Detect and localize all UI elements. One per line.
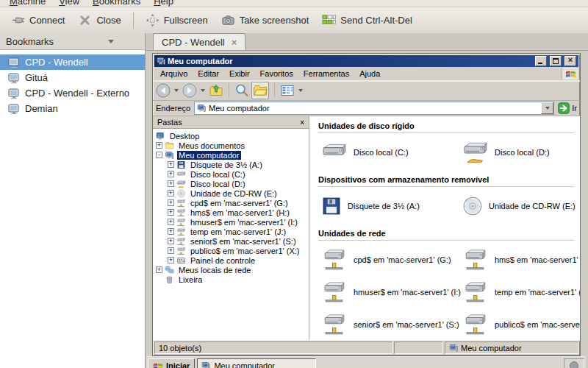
cad-label: Send Ctrl-Alt-Del (340, 15, 412, 26)
address-combo[interactable]: Meu computador (194, 102, 554, 115)
fullscreen-button[interactable]: Fullscreen (139, 10, 215, 30)
bookmark-item-gitua[interactable]: Gituá (0, 70, 145, 85)
menu-editar[interactable]: Editar (193, 69, 224, 78)
back-button[interactable] (156, 83, 171, 98)
menu-arquivo[interactable]: Arquivo (155, 69, 193, 78)
tree-item-disquete-a[interactable]: +Disquete de 3½ (A:) (153, 160, 309, 169)
explorer-window: Meu computador Arquivo Editar Exibir Fav… (152, 53, 581, 356)
bookmark-item-cpd-wendell-externo[interactable]: CPD - Wendell - Externo (0, 85, 145, 101)
menu-machine[interactable]: Machine (3, 0, 52, 7)
camera-icon (221, 13, 235, 27)
drive-item-i[interactable]: hmuser$ em 'mac-server1' (I:) (321, 276, 462, 308)
expand-toggle[interactable]: + (168, 219, 174, 225)
expand-toggle[interactable]: + (168, 247, 174, 254)
folders-button[interactable] (251, 82, 269, 99)
tab-cpd-wendell[interactable]: CPD - Wendell × (153, 33, 245, 50)
drive-item-x[interactable]: publico$ em 'mac-server1' (X:) (462, 308, 580, 340)
expand-toggle[interactable]: + (168, 257, 174, 263)
expand-toggle[interactable]: + (168, 171, 174, 177)
search-icon (234, 83, 249, 98)
drive-item-e[interactable]: Unidade de CD-RW (E:) (462, 190, 576, 222)
drive-item-h[interactable]: hms$ em 'mac-server1' (H:) (462, 244, 580, 276)
hdd-icon (321, 141, 348, 163)
status-spacer (394, 342, 443, 354)
drive-label: publico$ em 'mac-server1' (X:) (495, 320, 580, 329)
tree-item-senior-s[interactable]: +senior$ em 'mac-server1' (S:) (153, 236, 309, 246)
expand-toggle[interactable]: + (156, 142, 162, 149)
tree-item-disco-c[interactable]: +Disco local (C:) (153, 169, 309, 179)
connect-button[interactable]: Connect (4, 10, 71, 30)
tree-item-meu-computador[interactable]: -Meu computador (153, 150, 309, 160)
tree-item-temp-j[interactable]: +temp em 'mac-server1' (J:) (153, 227, 309, 236)
monitor-icon (8, 57, 20, 68)
bookmark-item-demian[interactable]: Demian (0, 101, 145, 116)
expand-toggle[interactable]: + (168, 180, 174, 187)
menu-exibir[interactable]: Exibir (224, 69, 255, 78)
expand-toggle[interactable]: + (168, 190, 174, 197)
drive-item-d[interactable]: Disco local (D:) (462, 136, 574, 169)
tree-item-disco-d[interactable]: +Disco local (D:) (153, 179, 309, 188)
remote-desktop-view[interactable]: Meu computador Arquivo Editar Exibir Fav… (146, 51, 588, 368)
expand-toggle[interactable]: + (168, 199, 174, 206)
expand-toggle[interactable]: + (168, 228, 174, 235)
bookmarks-header[interactable]: Bookmarks (0, 33, 145, 50)
drive-item-c[interactable]: Disco local (C:) (321, 136, 462, 169)
system-tray[interactable] (564, 358, 584, 368)
menu-view[interactable]: View (52, 0, 86, 7)
restore-button[interactable] (550, 56, 562, 66)
chevron-down-icon[interactable] (108, 40, 114, 43)
tree-item-hmuser-i[interactable]: +hmuser$ em 'mac-server1' (I:) (153, 217, 309, 227)
close-button[interactable]: Close (71, 10, 127, 30)
expand-toggle[interactable]: + (168, 161, 174, 168)
drive-item-s[interactable]: senior$ em 'mac-server1' (S:) (321, 308, 462, 340)
expand-toggle[interactable]: - (156, 152, 162, 158)
tree-label: Meus locais de rede (177, 266, 252, 275)
address-dropdown-button[interactable] (541, 102, 553, 114)
expand-toggle[interactable]: + (156, 266, 162, 273)
drive-item-a[interactable]: Disquete de 3½ (A:) (321, 190, 462, 222)
tree-item-cdrw-e[interactable]: +Unidade de CD-RW (E:) (153, 188, 309, 198)
forward-dropdown-icon[interactable] (201, 89, 205, 92)
window-titlebar[interactable]: Meu computador (154, 55, 578, 67)
back-dropdown-icon[interactable] (174, 89, 179, 92)
forward-button[interactable] (182, 83, 197, 98)
menu-ferramentas[interactable]: Ferramentas (298, 69, 354, 78)
status-bar: 10 objeto(s) Meu computador (153, 340, 580, 355)
drive-item-j[interactable]: temp em 'mac-server1' (J:) (462, 276, 580, 308)
tree-item-painel-de-controle[interactable]: +Painel de controle (153, 255, 309, 265)
tab-close-icon[interactable]: × (232, 38, 237, 47)
search-button[interactable] (234, 83, 249, 98)
folders-close-icon[interactable]: × (300, 118, 304, 127)
tree-item-desktop[interactable]: Desktop (153, 131, 309, 141)
menu-favoritos[interactable]: Favoritos (255, 69, 298, 78)
menu-help[interactable]: Help (147, 0, 180, 7)
drive-item-g[interactable]: cpd$ em 'mac-server1' (G:) (321, 244, 462, 276)
views-dropdown-icon[interactable] (298, 89, 303, 92)
tree-item-lixeira[interactable]: Lixeira (153, 275, 309, 284)
taskbar-task-meu-computador[interactable]: Meu computador (197, 358, 316, 368)
tree-item-cpd-g[interactable]: +cpd$ em 'mac-server1' (G:) (153, 198, 309, 208)
tree-item-meus-locais-de-rede[interactable]: +Meus locais de rede (153, 265, 309, 275)
group-header-network-drives: Unidades de rede (318, 227, 574, 241)
go-button[interactable]: Ir (558, 102, 577, 114)
expand-toggle[interactable]: + (168, 238, 174, 244)
menu-bookmarks[interactable]: Bookmarks (86, 0, 147, 7)
bookmark-item-cpd-wendell[interactable]: CPD - Wendell (0, 54, 145, 70)
expand-toggle[interactable]: + (168, 209, 174, 216)
minimize-button[interactable] (535, 56, 547, 66)
menu-ajuda[interactable]: Ajuda (354, 69, 385, 78)
tree-item-publico-x[interactable]: +publico$ em 'mac-server1' (X:) (153, 246, 309, 255)
views-button[interactable] (280, 83, 295, 98)
network-drive-icon (176, 199, 186, 208)
tree-item-meus-documentos[interactable]: +Meus documentos (153, 141, 309, 150)
window-close-button[interactable] (564, 56, 576, 66)
network-drive-icon (462, 314, 489, 336)
tray-icon[interactable] (570, 361, 578, 368)
take-screenshot-button[interactable]: Take screenshot (215, 10, 316, 30)
send-ctrl-alt-del-button[interactable]: Send Ctrl-Alt-Del (315, 10, 419, 30)
start-button[interactable]: Iniciar (148, 358, 195, 368)
tree-item-hms-h[interactable]: +hms$ em 'mac-server1' (H:) (153, 208, 309, 217)
up-button[interactable] (209, 83, 223, 98)
folders-panel-header: Pastas × (153, 116, 309, 129)
monitor-icon (8, 72, 20, 84)
